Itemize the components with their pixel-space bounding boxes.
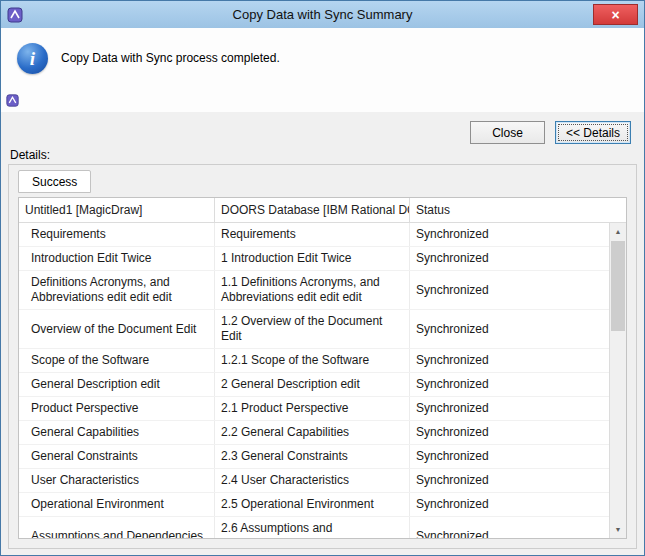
sync-results-table: Untitled1 [MagicDraw] DOORS Database [IB…: [18, 197, 627, 539]
cell-magicdraw-element: Operational Environment: [19, 493, 215, 516]
table-row[interactable]: Operational Environment 2.5 Operational …: [19, 493, 609, 517]
titlebar[interactable]: Copy Data with Sync Summary ×: [1, 1, 644, 28]
cell-status: Synchronized: [410, 397, 609, 420]
cell-doors-element: 2.5 Operational Environment: [215, 493, 410, 516]
cell-doors-element: 2.6 Assumptions and Dependencies: [215, 517, 410, 538]
app-icon: [7, 7, 23, 23]
column-header-status[interactable]: Status: [410, 198, 626, 222]
completion-message: Copy Data with Sync process completed.: [61, 51, 280, 65]
cell-doors-element: 1.1 Definitions Acronyms, and Abbreviati…: [215, 271, 410, 309]
cell-magicdraw-element: General Capabilities: [19, 421, 215, 444]
column-header-magicdraw[interactable]: Untitled1 [MagicDraw]: [19, 198, 215, 222]
cell-doors-element: 1.2 Overview of the Document Edit: [215, 310, 410, 348]
cell-status: Synchronized: [410, 517, 609, 538]
magicdraw-mini-icon: [6, 94, 19, 107]
dialog-window: Copy Data with Sync Summary × i Copy Dat…: [0, 0, 645, 556]
cell-doors-element: 2.2 General Capabilities: [215, 421, 410, 444]
table-row[interactable]: Product Perspective 2.1 Product Perspect…: [19, 397, 609, 421]
cell-status: Synchronized: [410, 373, 609, 396]
cell-magicdraw-element: Overview of the Document Edit: [19, 310, 215, 348]
cell-status: Synchronized: [410, 469, 609, 492]
cell-status: Synchronized: [410, 271, 609, 309]
table-row[interactable]: Requirements Requirements Synchronized: [19, 223, 609, 247]
cell-doors-element: 1.2.1 Scope of the Software: [215, 349, 410, 372]
scrollbar-down-arrow[interactable]: ▼: [610, 521, 626, 538]
cell-magicdraw-element: General Constraints: [19, 445, 215, 468]
table-row[interactable]: General Capabilities 2.2 General Capabil…: [19, 421, 609, 445]
table-row[interactable]: Introduction Edit Twice 1 Introduction E…: [19, 247, 609, 271]
scrollbar-track[interactable]: [610, 240, 626, 521]
table-row[interactable]: Definitions Acronyms, and Abbreviations …: [19, 271, 609, 310]
cell-doors-element: 2.1 Product Perspective: [215, 397, 410, 420]
scrollbar-up-arrow[interactable]: ▲: [610, 223, 626, 240]
table-row[interactable]: General Constraints 2.3 General Constrai…: [19, 445, 609, 469]
table-row[interactable]: Scope of the Software 1.2.1 Scope of the…: [19, 349, 609, 373]
details-toggle-button[interactable]: << Details: [555, 121, 631, 144]
column-header-doors[interactable]: DOORS Database [IBM Rational DO...: [215, 198, 410, 222]
message-area: i Copy Data with Sync process completed.: [1, 28, 644, 112]
cell-doors-element: 2.3 General Constraints: [215, 445, 410, 468]
cell-doors-element: 1 Introduction Edit Twice: [215, 247, 410, 270]
cell-magicdraw-element: Definitions Acronyms, and Abbreviations …: [19, 271, 215, 309]
cell-magicdraw-element: General Description edit: [19, 373, 215, 396]
cell-doors-element: Requirements: [215, 223, 410, 246]
table-row[interactable]: User Characteristics 2.4 User Characteri…: [19, 469, 609, 493]
table-row[interactable]: General Description edit 2 General Descr…: [19, 373, 609, 397]
cell-doors-element: 2.4 User Characteristics: [215, 469, 410, 492]
cell-status: Synchronized: [410, 223, 609, 246]
window-title: Copy Data with Sync Summary: [1, 7, 644, 22]
cell-magicdraw-element: Product Perspective: [19, 397, 215, 420]
cell-magicdraw-element: Scope of the Software: [19, 349, 215, 372]
details-label: Details:: [10, 148, 644, 162]
cell-magicdraw-element: Introduction Edit Twice: [19, 247, 215, 270]
scrollbar-thumb[interactable]: [611, 241, 625, 331]
cell-doors-element: 2 General Description edit: [215, 373, 410, 396]
info-icon: i: [17, 43, 48, 74]
table-header-row: Untitled1 [MagicDraw] DOORS Database [IB…: [19, 198, 626, 223]
cell-status: Synchronized: [410, 493, 609, 516]
cell-magicdraw-element: Requirements: [19, 223, 215, 246]
vertical-scrollbar[interactable]: ▲ ▼: [609, 223, 626, 538]
close-button[interactable]: Close: [470, 121, 545, 144]
cell-status: Synchronized: [410, 445, 609, 468]
cell-status: Synchronized: [410, 310, 609, 348]
close-icon: ×: [611, 8, 619, 22]
cell-magicdraw-element: User Characteristics: [19, 469, 215, 492]
tab-success[interactable]: Success: [18, 170, 91, 193]
details-groupbox: Success Untitled1 [MagicDraw] DOORS Data…: [8, 164, 637, 549]
cell-status: Synchronized: [410, 349, 609, 372]
button-row: Close << Details: [1, 121, 644, 144]
window-close-button[interactable]: ×: [593, 4, 638, 25]
cell-magicdraw-element: Assumptions and Dependencies: [19, 517, 215, 538]
cell-status: Synchronized: [410, 247, 609, 270]
table-row[interactable]: Overview of the Document Edit 1.2 Overvi…: [19, 310, 609, 349]
table-row[interactable]: Assumptions and Dependencies 2.6 Assumpt…: [19, 517, 609, 538]
cell-status: Synchronized: [410, 421, 609, 444]
table-body: Requirements Requirements Synchronized I…: [19, 223, 609, 538]
